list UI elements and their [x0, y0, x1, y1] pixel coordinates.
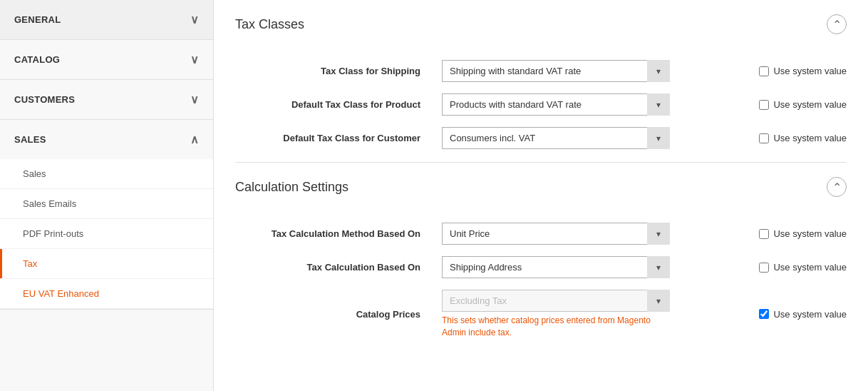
calculation-collapse-btn[interactable]: ⌃	[827, 177, 847, 197]
control-tax-calc-based-on: Shipping AddressBilling AddressOrigin▾	[435, 250, 748, 284]
label-tax-calc-based-on: Tax Calculation Based On	[235, 253, 435, 281]
select-wrapper-default-tax-class-customer: Consumers incl. VATNone▾	[442, 127, 670, 149]
chevron-general-icon: ∨	[190, 13, 199, 26]
checkbox-label-catalog-prices: Use system value	[773, 309, 847, 320]
sidebar-item-eu-vat-enhanced[interactable]: EU VAT Enhanced	[0, 279, 213, 309]
tax-classes-collapse-btn[interactable]: ⌃	[827, 14, 847, 34]
chevron-customers-icon: ∨	[190, 93, 199, 106]
checkbox-wrap-default-tax-class-customer: Use system value	[748, 127, 847, 149]
checkbox-wrap-default-tax-class-product: Use system value	[748, 93, 847, 116]
checkbox-wrap-tax-calc-method: Use system value	[748, 223, 847, 245]
sidebar-section-label-customers: CUSTOMERS	[14, 94, 75, 105]
sidebar-section-header-catalog[interactable]: CATALOG∨	[0, 40, 213, 79]
control-default-tax-class-product: Products with standard VAT rateNone▾	[435, 88, 748, 121]
checkbox-tax-calc-method[interactable]	[759, 229, 769, 239]
sidebar-section-sales: SALES∧SalesSales EmailsPDF Print-outsTax…	[0, 120, 213, 310]
select-wrapper-tax-class-shipping: Shipping with standard VAT rateNone▾	[442, 60, 670, 82]
select-wrapper-catalog-prices: Excluding TaxIncluding Tax▾	[442, 290, 670, 312]
sidebar-section-header-general[interactable]: GENERAL∨	[0, 0, 213, 39]
checkbox-catalog-prices[interactable]	[759, 309, 769, 319]
checkbox-default-tax-class-product[interactable]	[759, 100, 769, 110]
checkbox-label-tax-class-shipping: Use system value	[773, 66, 847, 76]
sidebar: GENERAL∨CATALOG∨CUSTOMERS∨SALES∧SalesSal…	[0, 0, 214, 391]
main-content: Tax Classes ⌃ Tax Class for ShippingShip…	[214, 0, 868, 391]
select-tax-class-shipping[interactable]: Shipping with standard VAT rateNone	[442, 60, 670, 82]
checkbox-wrap-catalog-prices: Use system value	[748, 303, 847, 325]
checkbox-default-tax-class-customer[interactable]	[759, 133, 769, 143]
chevron-catalog-icon: ∨	[190, 53, 199, 66]
chevron-sales-icon: ∧	[190, 133, 199, 146]
checkbox-wrap-tax-calc-based-on: Use system value	[748, 256, 847, 278]
calculation-settings-section: Calculation Settings ⌃ Tax Calculation M…	[235, 177, 847, 345]
checkbox-label-tax-calc-method: Use system value	[773, 228, 847, 239]
sidebar-item-sales[interactable]: Sales	[0, 159, 213, 189]
calculation-settings-title: Calculation Settings	[235, 180, 348, 195]
select-tax-calc-method[interactable]: Unit PriceRow TotalTotal	[442, 223, 670, 245]
tax-classes-section: Tax Classes ⌃ Tax Class for ShippingShip…	[235, 14, 847, 155]
select-default-tax-class-customer[interactable]: Consumers incl. VATNone	[442, 127, 670, 149]
label-catalog-prices: Catalog Prices	[235, 300, 435, 328]
checkbox-label-tax-calc-based-on: Use system value	[773, 262, 847, 273]
select-wrapper-default-tax-class-product: Products with standard VAT rateNone▾	[442, 93, 670, 116]
sidebar-section-general: GENERAL∨	[0, 0, 213, 40]
label-tax-class-shipping: Tax Class for Shipping	[235, 57, 435, 85]
label-default-tax-class-customer: Default Tax Class for Customer	[235, 124, 435, 152]
select-default-tax-class-product[interactable]: Products with standard VAT rateNone	[442, 93, 670, 116]
checkbox-tax-class-shipping[interactable]	[759, 66, 769, 76]
sidebar-items-sales: SalesSales EmailsPDF Print-outsTaxEU VAT…	[0, 159, 213, 309]
tax-classes-title: Tax Classes	[235, 17, 304, 32]
sidebar-section-label-sales: SALES	[14, 134, 46, 145]
select-catalog-prices: Excluding TaxIncluding Tax	[442, 290, 670, 312]
checkbox-wrap-tax-class-shipping: Use system value	[748, 60, 847, 82]
sidebar-item-tax[interactable]: Tax	[0, 249, 213, 279]
checkbox-label-default-tax-class-product: Use system value	[773, 99, 847, 110]
checkbox-tax-calc-based-on[interactable]	[759, 263, 769, 273]
select-tax-calc-based-on[interactable]: Shipping AddressBilling AddressOrigin	[442, 256, 670, 278]
checkbox-label-default-tax-class-customer: Use system value	[773, 133, 847, 143]
sidebar-section-catalog: CATALOG∨	[0, 40, 213, 80]
sidebar-section-label-catalog: CATALOG	[14, 54, 60, 65]
control-tax-calc-method: Unit PriceRow TotalTotal▾	[435, 217, 748, 250]
label-tax-calc-method: Tax Calculation Method Based On	[235, 220, 435, 248]
sidebar-item-sales-emails[interactable]: Sales Emails	[0, 189, 213, 219]
control-default-tax-class-customer: Consumers incl. VATNone▾	[435, 121, 748, 155]
sidebar-section-label-general: GENERAL	[14, 14, 61, 25]
select-wrapper-tax-calc-method: Unit PriceRow TotalTotal▾	[442, 223, 670, 245]
hint-catalog-prices: This sets whether catalog prices entered…	[442, 315, 663, 339]
sidebar-section-header-sales[interactable]: SALES∧	[0, 120, 213, 159]
select-wrapper-tax-calc-based-on: Shipping AddressBilling AddressOrigin▾	[442, 256, 670, 278]
sidebar-section-header-customers[interactable]: CUSTOMERS∨	[0, 80, 213, 119]
label-default-tax-class-product: Default Tax Class for Product	[235, 91, 435, 118]
sidebar-section-customers: CUSTOMERS∨	[0, 80, 213, 120]
sidebar-item-pdf-printouts[interactable]: PDF Print-outs	[0, 219, 213, 249]
control-tax-class-shipping: Shipping with standard VAT rateNone▾	[435, 54, 748, 88]
control-catalog-prices: Excluding TaxIncluding Tax▾This sets whe…	[435, 284, 748, 345]
